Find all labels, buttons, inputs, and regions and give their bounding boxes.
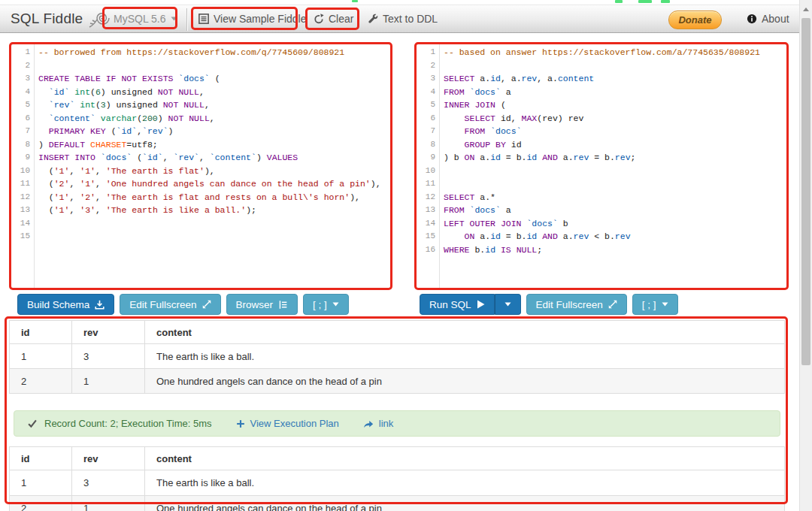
table-cell: 1	[72, 369, 145, 394]
table-header-row: id rev content	[10, 321, 785, 344]
code-line: 7 FROM `docs`	[417, 125, 787, 138]
line-number: 13	[11, 204, 34, 217]
status-bar: Record Count: 2; Execution Time: 5ms Vie…	[14, 410, 780, 437]
code-line: 7 PRIMARY KEY (`id`,`rev`)	[11, 125, 391, 138]
build-schema-button[interactable]: Build Schema	[17, 294, 114, 315]
scrollbar[interactable]	[799, 0, 812, 511]
edit-fullscreen-schema-button[interactable]: Edit Fullscreen	[120, 294, 220, 315]
code-line: 9) b ON a.id = b.id AND a.rev = b.rev;	[417, 151, 787, 165]
code-line: 14LEFT OUTER JOIN `docs` b	[417, 217, 787, 231]
semicolon-label: [ ; ]	[313, 299, 327, 310]
expand-icon	[608, 300, 617, 309]
line-number: 13	[417, 204, 439, 217]
query-actions: Run SQL Edit Fullscreen [ ; ]	[420, 294, 678, 315]
browser-button[interactable]: Browser	[226, 294, 298, 315]
top-strip-mark	[661, 0, 670, 3]
line-number: 10	[11, 165, 34, 178]
about-button[interactable]: About	[747, 5, 789, 32]
schema-actions: Build Schema Edit Fullscreen Browser [ ;…	[17, 294, 349, 315]
table-cell: One hundred angels can dance on the head…	[145, 369, 785, 394]
code-line: 4 `id` int(6) unsigned NOT NULL,	[11, 86, 391, 99]
edit-fullscreen-query-button[interactable]: Edit Fullscreen	[526, 294, 627, 315]
edit-fullscreen-label: Edit Fullscreen	[129, 299, 196, 310]
scrollbar-up-button[interactable]	[800, 3, 812, 15]
code-line: 6 SELECT id, MAX(rev) rev	[417, 112, 787, 125]
about-label: About	[762, 13, 789, 25]
caret-down-icon	[662, 302, 668, 307]
column-header-id: id	[10, 321, 72, 344]
code-line: 5 `rev` int(3) unsigned NOT NULL,	[11, 98, 391, 112]
code-line: 14	[11, 217, 391, 231]
column-header-content: content	[145, 447, 785, 470]
run-sql-dropdown[interactable]	[495, 294, 521, 315]
line-number: 12	[11, 191, 34, 204]
line-number: 9	[11, 151, 34, 165]
check-icon	[27, 419, 38, 428]
info-icon	[747, 14, 757, 24]
top-strip-mark	[352, 0, 358, 2]
app-title: SQL Fiddle	[11, 11, 83, 27]
table-row: 13The earth is like a ball.	[10, 470, 785, 496]
line-number: 8	[417, 138, 439, 152]
result-table-1: id rev content 13The earth is like a bal…	[9, 320, 785, 394]
list-icon	[198, 14, 209, 24]
line-number: 7	[11, 125, 34, 138]
code-line: 12 ('1', '2', 'The earth is flat and res…	[11, 191, 391, 204]
view-sample-fiddle-button[interactable]: View Sample Fiddle	[198, 5, 306, 32]
code-line: 1-- borrowed from https://stackoverflow.…	[11, 46, 391, 59]
edit-fullscreen-label: Edit Fullscreen	[536, 299, 603, 310]
code-line: 8) DEFAULT CHARSET=utf8;	[11, 138, 391, 152]
line-number: 11	[417, 177, 439, 191]
arrow-up-icon	[803, 8, 809, 11]
caret-down-icon	[504, 302, 511, 307]
text-to-ddl-button[interactable]: Text to DDL	[368, 5, 438, 32]
table-body: 13The earth is like a ball.21One hundred…	[10, 344, 785, 394]
donate-label: Donate	[678, 14, 711, 26]
clear-label: Clear	[329, 13, 353, 25]
line-number: 7	[417, 125, 439, 138]
table-row: 13The earth is like a ball.	[10, 344, 785, 369]
semicolon-label: [ ; ]	[642, 299, 656, 310]
toolbar: SQL Fiddle MySQL 5.6	[0, 5, 799, 33]
schema-editor[interactable]: 1-- borrowed from https://stackoverflow.…	[11, 44, 392, 289]
run-sql-button[interactable]: Run SQL	[420, 294, 495, 315]
sql-fiddle-app: SQL Fiddle MySQL 5.6	[0, 0, 812, 511]
semicolon-options-query-button[interactable]: [ ; ]	[632, 294, 678, 315]
semicolon-options-schema-button[interactable]: [ ; ]	[303, 294, 349, 315]
table-header-row: id rev content	[10, 447, 785, 470]
table-cell: 1	[10, 344, 72, 369]
line-number: 5	[11, 98, 34, 112]
line-number: 15	[11, 230, 34, 243]
line-number: 14	[11, 217, 34, 231]
donate-button[interactable]: Donate	[668, 11, 722, 29]
results-panel: id rev content 13The earth is like a bal…	[6, 319, 788, 511]
browser-label: Browser	[236, 299, 274, 310]
code-line: 3CREATE TABLE IF NOT EXISTS `docs` (	[11, 72, 391, 86]
table-cell: 2	[10, 369, 72, 394]
table-cell: 3	[72, 470, 145, 496]
code-line: 8 GROUP BY id	[417, 138, 787, 152]
code-line: 12SELECT a.*	[417, 191, 787, 204]
run-sql-split-button: Run SQL	[420, 294, 521, 315]
code-line: 2	[11, 59, 391, 73]
line-number: 5	[417, 98, 439, 112]
wrench-icon	[368, 14, 378, 24]
view-execution-plan-link[interactable]: View Execution Plan	[236, 418, 339, 429]
line-number: 3	[417, 72, 439, 86]
scrollbar-thumb[interactable]	[801, 18, 810, 365]
expand-icon	[202, 300, 211, 309]
query-editor[interactable]: 1-- based on answer https://stackoverflo…	[416, 44, 788, 289]
table-cell: 3	[72, 344, 145, 369]
code-line: 5INNER JOIN (	[417, 98, 787, 112]
share-arrow-icon	[363, 419, 374, 428]
line-number: 12	[417, 191, 439, 204]
top-strip-mark	[638, 0, 652, 3]
clear-button[interactable]: Clear	[314, 5, 353, 32]
code-line: 11	[417, 177, 787, 191]
code-line: 13 ('1', '3', 'The earth is like a ball.…	[11, 204, 391, 217]
line-number: 6	[417, 112, 439, 125]
chevron-down-icon	[171, 17, 177, 21]
database-selector[interactable]: MySQL 5.6	[114, 5, 177, 32]
permalink-link[interactable]: link	[363, 418, 394, 429]
table-cell: 1	[72, 496, 145, 511]
